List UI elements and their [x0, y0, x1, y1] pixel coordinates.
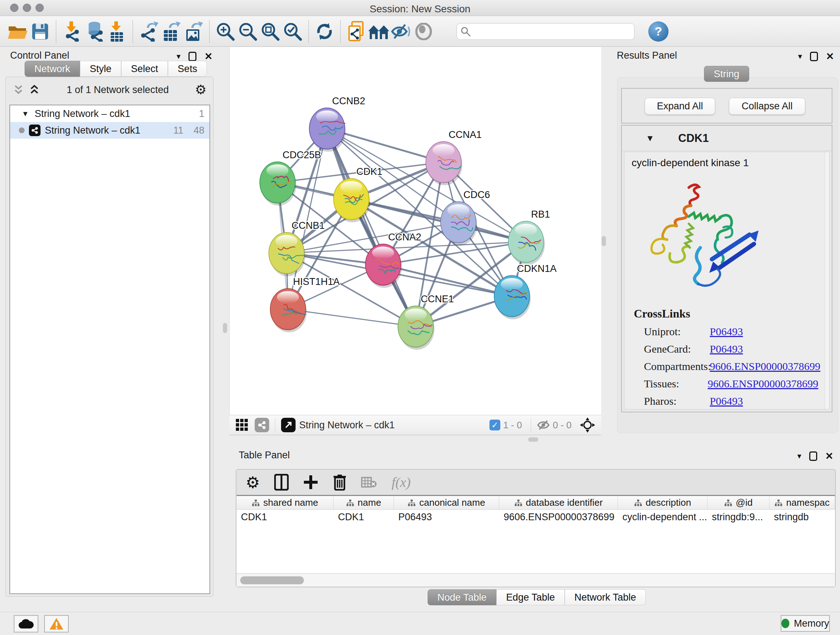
- network-node-CCNA1[interactable]: CCNA1: [426, 129, 482, 185]
- network-edge[interactable]: [288, 309, 416, 326]
- close-panel-icon[interactable]: ✕: [826, 51, 834, 62]
- open-in-window-icon[interactable]: [281, 418, 295, 432]
- float-panel-icon[interactable]: [188, 52, 196, 61]
- right-splitter-handle[interactable]: [602, 236, 606, 246]
- crosslink-link[interactable]: 9606.ENSP00000378699: [710, 360, 821, 372]
- export-network-button[interactable]: [137, 20, 160, 43]
- column-header-databaseidentifier[interactable]: database identifier: [499, 496, 618, 509]
- tab-node-table[interactable]: Node Table: [428, 589, 496, 605]
- scrollbar-thumb[interactable]: [240, 576, 304, 584]
- add-column-icon[interactable]: [303, 475, 318, 490]
- import-table-button[interactable]: [106, 20, 128, 43]
- network-node-HIST1H1A[interactable]: HIST1H1A: [270, 276, 340, 333]
- gene-description: cyclin-dependent kinase 1: [632, 157, 749, 169]
- string-network-graph[interactable]: CCNB2CCNA1CDC25BCDK1CDC6RB1CCNB1CCNA2CDK…: [230, 47, 602, 415]
- bottom-splitter-handle[interactable]: [528, 437, 538, 442]
- table-cell[interactable]: 9606.ENSP00000378699: [499, 510, 618, 524]
- results-scrollbar[interactable]: [825, 152, 829, 409]
- crosslink-link[interactable]: P06493: [710, 343, 743, 355]
- table-cell[interactable]: CDK1: [237, 510, 333, 524]
- apply-layout-button[interactable]: [313, 20, 336, 43]
- gene-section-header[interactable]: ▼ CDK1: [622, 126, 832, 151]
- table-cell[interactable]: stringdb: [769, 510, 835, 524]
- column-header-name[interactable]: name: [333, 496, 394, 509]
- network-share-icon[interactable]: [255, 418, 269, 432]
- section-expander-icon[interactable]: ▼: [646, 133, 654, 143]
- table-row[interactable]: CDK1CDK1P064939606.ENSP00000378699cyclin…: [237, 510, 835, 524]
- network-dot-icon: [19, 127, 25, 133]
- tab-sets[interactable]: Sets: [168, 61, 207, 77]
- expand-all-icon[interactable]: [28, 84, 41, 96]
- table-cell[interactable]: stringdb:9...: [707, 510, 770, 524]
- help-button[interactable]: ?: [648, 21, 668, 42]
- tab-select[interactable]: Select: [121, 61, 168, 77]
- collapse-panel-icon[interactable]: ▾: [798, 52, 802, 61]
- open-session-button[interactable]: [6, 20, 29, 43]
- collapse-all-button[interactable]: Collapse All: [729, 98, 805, 115]
- tab-style[interactable]: Style: [80, 61, 121, 77]
- network-node-CCNB2[interactable]: CCNB2: [309, 96, 365, 152]
- search-field[interactable]: [456, 23, 635, 40]
- network-edge[interactable]: [351, 199, 526, 242]
- close-panel-icon[interactable]: ✕: [825, 450, 834, 462]
- table-cell[interactable]: CDK1: [333, 510, 394, 524]
- zoom-out-button[interactable]: [237, 20, 259, 43]
- selected-checkbox-icon[interactable]: ✓: [489, 420, 500, 431]
- left-splitter-handle[interactable]: [223, 323, 227, 333]
- tree-expander-icon[interactable]: ▼: [22, 110, 29, 118]
- network-node-RB1[interactable]: RB1: [508, 209, 550, 265]
- collapse-all-icon[interactable]: [12, 84, 25, 96]
- table-cell[interactable]: cyclin-dependent ...: [618, 510, 707, 524]
- export-table-button[interactable]: [160, 20, 182, 43]
- column-header-description[interactable]: description: [618, 496, 707, 509]
- delete-table-icon[interactable]: [361, 476, 377, 488]
- cloud-button[interactable]: [14, 615, 38, 632]
- tab-network[interactable]: Network: [25, 61, 80, 77]
- warning-button[interactable]: [44, 615, 69, 632]
- table-cell[interactable]: P06493: [394, 510, 499, 524]
- crosslink-link[interactable]: 9606.ENSP00000378699: [707, 378, 818, 390]
- export-image-button[interactable]: [182, 20, 205, 43]
- tab-edge-table[interactable]: Edge Table: [496, 589, 565, 605]
- table-horizontal-scrollbar[interactable]: [237, 573, 835, 586]
- delete-column-icon[interactable]: [333, 474, 347, 491]
- show-hidden-button[interactable]: [412, 20, 435, 43]
- tab-string[interactable]: String: [704, 66, 749, 82]
- float-panel-icon[interactable]: [809, 451, 817, 461]
- crosshair-icon[interactable]: [579, 417, 595, 433]
- crosslink-link[interactable]: P06493: [710, 325, 743, 338]
- import-network-button[interactable]: [61, 20, 83, 43]
- collapse-panel-icon[interactable]: ▾: [797, 451, 801, 461]
- hidden-eye-icon[interactable]: [537, 420, 550, 431]
- zoom-fit-button[interactable]: [259, 20, 281, 43]
- network-edge[interactable]: [327, 128, 416, 326]
- tab-network-table[interactable]: Network Table: [565, 589, 646, 605]
- import-database-button[interactable]: [83, 20, 106, 43]
- search-input[interactable]: [471, 26, 630, 37]
- gear-icon[interactable]: ⚙: [195, 82, 207, 97]
- float-panel-icon[interactable]: [810, 52, 818, 61]
- network-canvas[interactable]: CCNB2CCNA1CDC25BCDK1CDC6RB1CCNB1CCNA2CDK…: [229, 47, 601, 415]
- memory-button[interactable]: Memory: [781, 615, 830, 632]
- save-session-button[interactable]: [29, 20, 51, 43]
- function-builder-icon[interactable]: f(x): [392, 474, 411, 490]
- expand-all-button[interactable]: Expand All: [645, 98, 715, 115]
- column-header-namespac[interactable]: namespac: [769, 496, 835, 509]
- hide-selected-button[interactable]: [390, 20, 412, 43]
- collapse-panel-icon[interactable]: ▾: [177, 52, 180, 61]
- zoom-selected-button[interactable]: [281, 20, 304, 43]
- show-all-button[interactable]: [368, 20, 390, 43]
- table-settings-gear-icon[interactable]: ⚙: [246, 473, 260, 492]
- column-header-canonicalname[interactable]: canonical name: [394, 496, 499, 509]
- network-row[interactable]: String Network – cdk1 11 48: [10, 122, 210, 139]
- column-header-id[interactable]: @id: [707, 496, 770, 509]
- network-node-CCNE1[interactable]: CCNE1: [398, 294, 454, 350]
- crosslink-link[interactable]: P06493: [710, 395, 743, 407]
- zoom-in-button[interactable]: [214, 20, 237, 43]
- network-from-selection-button[interactable]: [345, 20, 368, 43]
- network-node-CDKN1A[interactable]: CDKN1A: [494, 263, 557, 319]
- column-header-sharedname[interactable]: shared name: [237, 496, 333, 509]
- network-collection-row[interactable]: ▼ String Network – cdk1 1: [10, 105, 210, 122]
- show-columns-icon[interactable]: [274, 474, 289, 491]
- birds-eye-view-icon[interactable]: [235, 418, 249, 432]
